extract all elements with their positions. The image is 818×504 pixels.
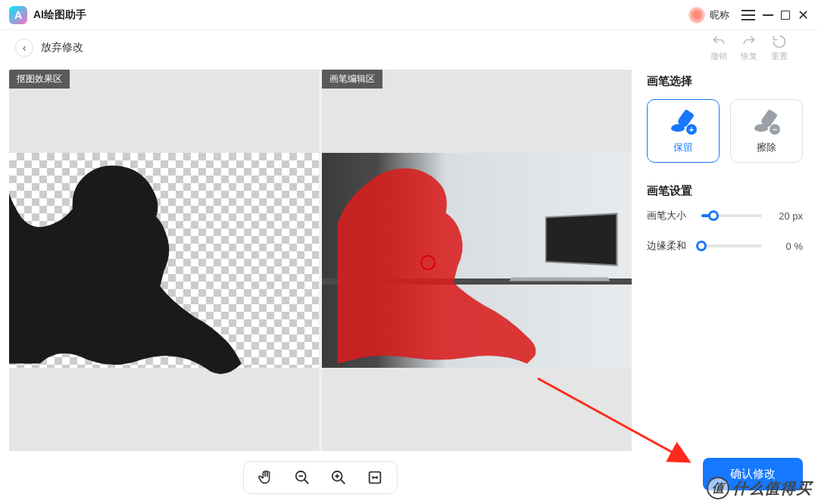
result-panel-tag: 抠图效果区: [9, 70, 70, 89]
edge-soft-label: 边缘柔和: [647, 239, 694, 253]
fit-screen-button[interactable]: [365, 468, 385, 487]
reset-button[interactable]: 重置: [771, 34, 788, 62]
brush-size-row: 画笔大小 20 px: [647, 209, 803, 222]
pan-tool[interactable]: [256, 468, 276, 487]
result-panel[interactable]: 抠图效果区: [9, 70, 319, 451]
app-logo: A: [9, 6, 27, 24]
cutout-silhouette: [9, 70, 319, 449]
reset-label: 重置: [771, 51, 788, 62]
svg-line-1: [304, 480, 309, 484]
watermark: 值 什么值得买: [707, 477, 812, 499]
brush-erase-label: 擦除: [757, 141, 776, 154]
brush-size-label: 画笔大小: [647, 209, 694, 222]
edge-soft-slider[interactable]: [701, 244, 762, 247]
brush-keep-label: 保留: [673, 141, 693, 154]
brush-size-thumb[interactable]: [708, 210, 719, 221]
reset-icon: [772, 34, 787, 49]
edge-soft-value: 0 %: [770, 241, 803, 252]
edit-panel-tag: 画笔编辑区: [322, 70, 382, 89]
brush-section-title: 画笔选择: [647, 74, 803, 89]
brush-erase-option[interactable]: − 擦除: [730, 99, 803, 163]
zoom-out-button[interactable]: [292, 468, 312, 487]
menu-icon[interactable]: [742, 10, 755, 20]
window-maximize[interactable]: [781, 11, 790, 20]
zoom-in-button[interactable]: [329, 468, 348, 487]
undo-button[interactable]: 撤销: [710, 34, 727, 62]
brush-size-slider[interactable]: [701, 214, 762, 217]
brush-mask: [322, 70, 632, 449]
user-nickname[interactable]: 昵称: [710, 8, 729, 22]
fit-icon: [367, 469, 383, 486]
hand-icon: [258, 469, 274, 486]
settings-section-title: 画笔设置: [647, 184, 803, 198]
user-avatar[interactable]: [688, 7, 705, 23]
window-minimize[interactable]: [763, 14, 773, 16]
brush-keep-icon: +: [670, 110, 697, 133]
watermark-badge: 值: [707, 477, 729, 499]
back-button[interactable]: ‹: [15, 39, 33, 57]
redo-button[interactable]: 恢复: [741, 34, 757, 62]
watermark-text: 什么值得买: [732, 478, 812, 499]
edge-soft-row: 边缘柔和 0 %: [647, 239, 803, 253]
bottom-toolbar: [9, 451, 632, 504]
zoom-in-icon: [330, 469, 347, 486]
undo-label: 撤销: [710, 51, 727, 62]
brush-keep-option[interactable]: + 保留: [647, 99, 720, 163]
redo-icon: [742, 34, 757, 49]
app-title: AI绘图助手: [33, 8, 86, 22]
edge-soft-thumb[interactable]: [696, 241, 707, 251]
window-close[interactable]: ✕: [798, 8, 809, 22]
sidebar: 画笔选择 + 保留 − 擦除 画笔设置 画笔大小: [636, 65, 818, 504]
brush-cursor-icon: [420, 255, 436, 270]
subheader: ‹ 放弃修改 撤销 恢复 重置: [0, 30, 818, 65]
redo-label: 恢复: [741, 51, 757, 62]
zoom-out-icon: [294, 469, 311, 486]
edit-panel[interactable]: 画笔编辑区: [322, 70, 632, 451]
svg-line-4: [341, 480, 345, 484]
brush-size-value: 20 px: [770, 210, 803, 222]
undo-icon: [711, 34, 726, 49]
titlebar: A AI绘图助手 昵称 ✕: [0, 0, 818, 30]
back-label: 放弃修改: [41, 41, 83, 54]
canvas-container: 抠图效果区 画笔编辑区: [9, 70, 632, 451]
brush-erase-icon: −: [753, 110, 780, 133]
